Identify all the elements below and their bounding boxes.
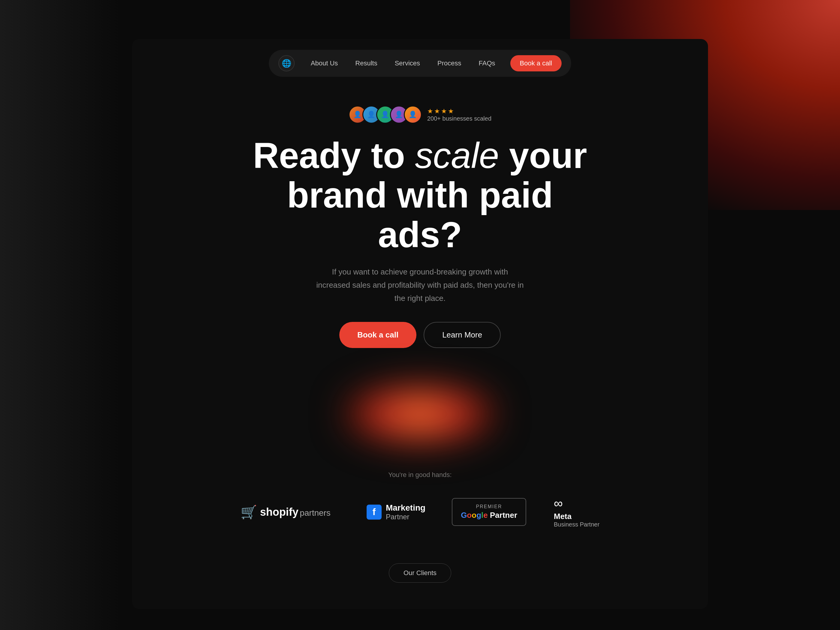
partners-logos: 🛒 shopify partners f Marketing Partner P… <box>180 491 660 534</box>
cta-buttons: Book a call Learn More <box>339 322 501 348</box>
businesses-scaled: 200+ businesses scaled <box>427 115 491 122</box>
headline-part1: Ready to <box>253 135 415 175</box>
hero-subtext: If you want to achieve ground-breaking g… <box>315 265 525 305</box>
shopify-partner-logo: 🛒 shopify partners <box>231 499 340 525</box>
nav-link-faqs[interactable]: FAQs <box>472 57 502 70</box>
meta-business-partner: Business Partner <box>554 521 599 528</box>
shopify-text: shopify partners <box>260 506 331 518</box>
shopify-icon: 🛒 <box>241 504 257 520</box>
facebook-partner-logo: f Marketing Partner <box>358 498 434 526</box>
nav-book-call-button[interactable]: Book a call <box>510 55 562 71</box>
hero-section: 👤 👤 👤 👤 👤 ★★★★ 200+ businesses scaled Re… <box>132 88 708 459</box>
google-partner-text: Google Partner <box>461 511 517 520</box>
headline-line2: brand with paid ads? <box>287 175 553 255</box>
fb-partner: Partner <box>386 513 425 521</box>
headline-italic: scale <box>415 135 499 175</box>
main-card: 🌐 About Us Results Services Process FAQs… <box>132 39 708 609</box>
proof-text: ★★★★ 200+ businesses scaled <box>427 107 491 122</box>
shopify-brand: shopify <box>260 506 298 518</box>
nav-link-about[interactable]: About Us <box>303 57 345 70</box>
navbar: 🌐 About Us Results Services Process FAQs… <box>132 39 708 88</box>
facebook-text: Marketing Partner <box>386 503 425 521</box>
meta-icon: ∞ <box>554 496 563 511</box>
glow-blob <box>345 384 495 444</box>
logo[interactable]: 🌐 <box>278 55 295 71</box>
background-gradient-left <box>0 0 120 630</box>
avatar-group: 👤 👤 👤 👤 👤 <box>349 106 422 123</box>
nav-link-services[interactable]: Services <box>388 57 427 70</box>
avatar: 👤 <box>404 106 422 123</box>
google-partner-logo: PREMIER Google Partner <box>452 498 526 526</box>
hero-headline: Ready to scale your brand with paid ads? <box>240 136 600 254</box>
facebook-icon: f <box>366 505 382 519</box>
our-clients-button[interactable]: Our Clients <box>389 564 451 583</box>
logo-icon: 🌐 <box>282 59 291 68</box>
google-premium: PREMIER <box>476 504 502 509</box>
book-call-button[interactable]: Book a call <box>339 322 417 348</box>
meta-partner-logo: ∞ Meta Business Partner <box>544 491 609 534</box>
partners-section: You're in good hands: 🛒 shopify partners… <box>132 471 708 534</box>
learn-more-button[interactable]: Learn More <box>423 322 501 348</box>
our-clients-section: Our Clients <box>132 564 708 583</box>
headline-part2: your <box>499 135 587 175</box>
nav-link-process[interactable]: Process <box>430 57 468 70</box>
nav-link-results[interactable]: Results <box>348 57 384 70</box>
social-proof: 👤 👤 👤 👤 👤 ★★★★ 200+ businesses scaled <box>349 106 491 123</box>
fb-marketing: Marketing <box>386 503 425 513</box>
meta-text-block: Meta Business Partner <box>554 512 599 528</box>
nav-inner: 🌐 About Us Results Services Process FAQs… <box>269 50 571 77</box>
shopify-partners-label: partners <box>300 508 331 518</box>
star-rating: ★★★★ <box>427 107 455 115</box>
glow-container <box>315 369 525 459</box>
partners-label: You're in good hands: <box>388 471 452 479</box>
meta-brand: Meta <box>554 512 599 521</box>
